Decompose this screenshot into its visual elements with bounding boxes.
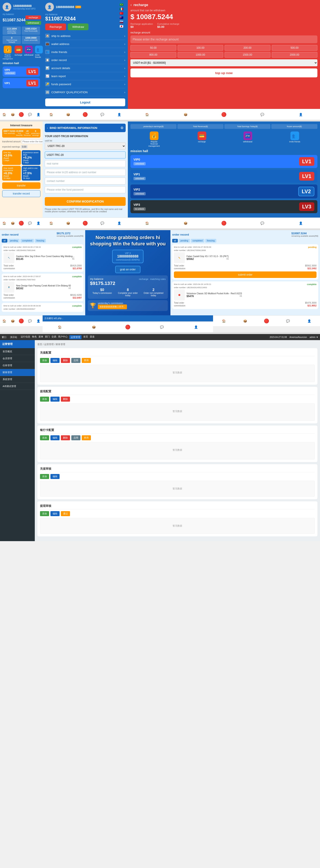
recharge-amount-input[interactable]: [130, 35, 317, 43]
transfer-record-button[interactable]: transfer record: [2, 190, 40, 197]
tab-all-right[interactable]: all: [172, 239, 178, 243]
nav-orders-r[interactable]: 📦: [183, 112, 188, 117]
recharge-enable-btn[interactable]: 启用: [71, 358, 81, 363]
tab-freezing-right[interactable]: freezing: [205, 239, 216, 243]
menu-wallet[interactable]: 💼 wallet address ›: [45, 40, 125, 48]
extra-add-btn-2[interactable]: 添加: [40, 511, 49, 516]
r2-icon-financial[interactable]: 💰 Regular financial management: [148, 131, 161, 147]
nav3-profile-l[interactable]: 👤: [36, 319, 41, 323]
admin-nav-finance[interactable]: 财务管理: [0, 369, 35, 376]
r2-icon-invite[interactable]: 👥 invite friends: [289, 131, 300, 147]
icon-invite[interactable]: 👥 invite friends: [35, 45, 43, 60]
plan-one-month[interactable]: One month experience +6.3% (fixed) 15 da…: [2, 166, 21, 181]
icon-recharge[interactable]: 💳 recharge: [14, 45, 22, 60]
admin-nav-tasks[interactable]: 任务管理: [0, 362, 35, 369]
nav-grab-l[interactable]: 🔴: [19, 112, 24, 117]
admin-nav-members[interactable]: 会员管理: [0, 355, 35, 362]
nav-profile-l[interactable]: 👤: [36, 112, 41, 117]
menu-funds-password[interactable]: 🔑 funds password ›: [45, 80, 125, 88]
menu-team-report[interactable]: 📈 team report ›: [45, 72, 125, 80]
nav3-home-l[interactable]: 🏠: [2, 319, 7, 323]
menu-company-qual[interactable]: 🏢 COMPANY QUALIFICATION ›: [45, 88, 125, 96]
nav-home-m[interactable]: 🏠: [49, 112, 54, 117]
plan-one-year[interactable]: High yield in one year +7.5% (fixed) 30 …: [22, 166, 40, 181]
back-button[interactable]: ‹: [130, 3, 132, 7]
usdt-selected-display[interactable]: [45, 152, 126, 158]
recharge-button[interactable]: recharge: [25, 16, 41, 19]
amount-btn-200[interactable]: 200.00: [225, 45, 270, 51]
mid-withdraw-btn[interactable]: Withdraw: [68, 24, 88, 30]
bank-disable-btn[interactable]: 禁用: [82, 435, 91, 440]
nav-chat-m[interactable]: 💬: [100, 112, 105, 117]
nav-home-r[interactable]: 🏠: [145, 112, 149, 117]
admin-tab-trade[interactable]: 交易: [52, 335, 56, 339]
mid-recharge-btn[interactable]: Recharge: [45, 24, 66, 30]
recharge-edit-btn[interactable]: 编辑: [51, 358, 60, 363]
menu-ship-address[interactable]: 🏠 ship to address ›: [45, 32, 125, 40]
r2-icon-withdrawal[interactable]: 🏧 withdrawal: [243, 131, 252, 147]
bind-back-btn[interactable]: ‹: [47, 126, 48, 129]
nav3-orders-l[interactable]: 📦: [10, 319, 15, 323]
amount-btn-500[interactable]: 500.00: [272, 45, 318, 51]
plan-seven-days[interactable]: Experience seven days +5.2% (fixed) 7 da…: [22, 150, 40, 165]
nav2-home-r[interactable]: 🏠: [145, 221, 149, 225]
extra-edit-btn-2[interactable]: 编辑: [51, 511, 60, 516]
admin-tab-user[interactable]: 用户中心: [58, 335, 68, 339]
transfer-button[interactable]: transfer: [2, 182, 40, 189]
amount-btn-100[interactable]: 100.00: [178, 45, 224, 51]
nav-profile-r[interactable]: 👤: [298, 112, 303, 117]
admin-nav-system[interactable]: 系统管理: [0, 376, 35, 383]
tab-completed-left[interactable]: completed: [21, 239, 34, 243]
admin-nav-overview[interactable]: 首页概览: [0, 348, 35, 355]
nav-chat-r[interactable]: 💬: [260, 112, 265, 117]
promo-recharge-link[interactable]: recharge: [139, 278, 148, 280]
bank-edit-btn[interactable]: 编辑: [51, 435, 60, 440]
recharge-disable-btn[interactable]: 禁用: [82, 358, 91, 363]
r2-icon-recharge[interactable]: 💳 recharge: [198, 131, 206, 147]
admin-tab-dept[interactable]: 部门: [45, 335, 50, 339]
extra-edit-btn-1[interactable]: 编辑: [51, 474, 60, 479]
nav3-chat-r[interactable]: 💬: [159, 325, 164, 330]
tab-freezing-left[interactable]: freezing: [35, 239, 46, 243]
nav-home-l[interactable]: 🏠: [2, 112, 7, 117]
plan-one-day[interactable]: One day +3.5% (fixed) 1 days: [2, 150, 21, 165]
nav2-home-l[interactable]: 🏠: [2, 221, 7, 225]
admin-tab-channel[interactable]: 渠道: [90, 335, 94, 339]
nav3-orders-fr[interactable]: 📦: [243, 319, 248, 323]
nav-orders-l[interactable]: 📦: [10, 112, 15, 117]
nav3-home-fr[interactable]: 🏠: [221, 319, 226, 323]
nav2-profile-m[interactable]: 👤: [117, 221, 122, 225]
extra-add-btn-1[interactable]: 添加: [40, 474, 49, 479]
nav-grab-r[interactable]: 🔴: [222, 112, 226, 117]
amount-btn-1500[interactable]: 1500.00: [225, 52, 270, 58]
recharge-delete-btn[interactable]: 删除: [61, 358, 70, 363]
admin-tab-info[interactable]: 运行信息: [21, 335, 30, 339]
nav2-profile-r[interactable]: 👤: [298, 221, 303, 225]
nav3-profile-fr[interactable]: 👤: [307, 319, 312, 323]
promo-rules-link[interactable]: matching rules: [150, 278, 166, 280]
logout-button[interactable]: Logout: [45, 98, 125, 106]
nav2-profile-l[interactable]: 👤: [36, 221, 41, 225]
nav-grab-m[interactable]: 🔴: [83, 112, 88, 117]
withdrawal-add-btn[interactable]: 添加: [40, 397, 49, 402]
tab-pending-right[interactable]: pending: [179, 239, 190, 243]
trc20-address-input[interactable]: [45, 169, 126, 176]
vip0-card[interactable]: VIP0 unlocked LV1: [3, 66, 40, 77]
usdt-select[interactable]: USDT-trc20 [$1 - $1000000]: [130, 59, 317, 66]
submit-order-btn[interactable]: submit order: [174, 272, 317, 278]
r2-vip3-card[interactable]: VIP3 to unlock LV3: [130, 200, 317, 213]
nav2-chat-r[interactable]: 💬: [260, 221, 265, 225]
bank-add-btn[interactable]: 添加: [40, 435, 49, 440]
contact-input[interactable]: [45, 178, 126, 185]
nav3-chat-l[interactable]: 💬: [27, 319, 32, 323]
admin-tab-home[interactable]: 首页: [83, 335, 88, 339]
admin-tab-ops[interactable]: 运营管理: [69, 335, 82, 339]
nav2-home-m[interactable]: 🏠: [49, 221, 54, 225]
nav2-grab-l[interactable]: 🔴: [19, 221, 24, 225]
tab-completed-right[interactable]: completed: [191, 239, 204, 243]
nav3-chat-fr[interactable]: 💬: [285, 319, 290, 323]
usdt-select-form[interactable]: USDT-TRC-20: [45, 142, 126, 150]
bank-delete-btn[interactable]: 删除: [61, 435, 70, 440]
amount-btn-50[interactable]: 50.00: [130, 45, 176, 51]
nav3-grab-r[interactable]: 🔴: [125, 325, 130, 330]
